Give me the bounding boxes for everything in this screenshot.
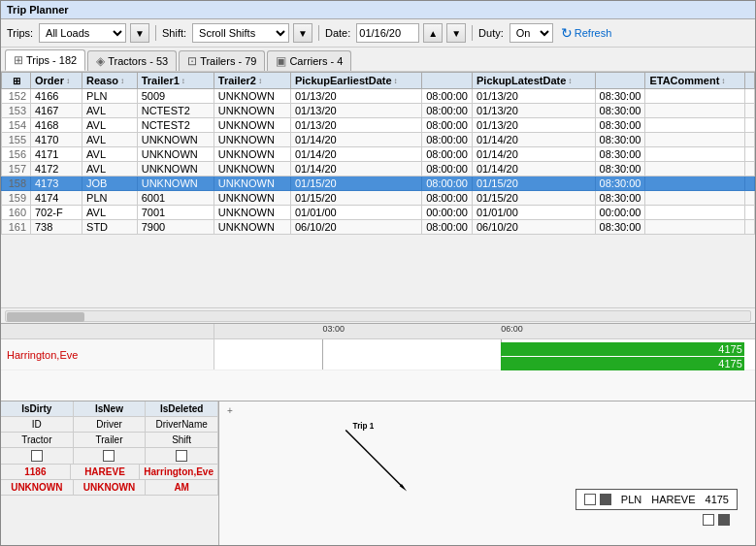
col-header-pickup-early[interactable]: PickupEarliestDate ↕ xyxy=(290,73,421,89)
tab-tractors[interactable]: ◈ Tractors - 53 xyxy=(87,50,177,71)
trips-table: ⊞ Order ↕ Reaso ↕ Trailer1 ↕ Trailer2 ↕ … xyxy=(1,72,755,235)
tab-trailers-label: Trailers - 79 xyxy=(200,55,256,67)
table-row[interactable]: 157 4172 AVL UNKNOWN UNKNOWN 01/14/20 08… xyxy=(2,162,755,177)
label-shift: Shift xyxy=(146,433,218,447)
cell-trailer2: UNKNOWN xyxy=(214,220,290,235)
shift-dropdown-btn[interactable]: ▼ xyxy=(293,23,312,43)
tractors-icon: ◈ xyxy=(96,54,105,68)
cell-order: 4166 xyxy=(31,89,82,104)
col-header-eta[interactable]: ETAComment ↕ xyxy=(645,73,745,89)
cell-trailer2: UNKNOWN xyxy=(214,104,290,118)
shift-select[interactable]: Scroll Shifts xyxy=(192,23,289,43)
cell-extra xyxy=(745,104,755,118)
cell-eta xyxy=(645,133,745,147)
cell-pickup-early-time: 08:00:00 xyxy=(422,162,473,177)
tab-carriers[interactable]: ▣ Carriers - 4 xyxy=(267,50,351,71)
date-down-btn[interactable]: ▼ xyxy=(446,23,466,43)
gantt-driver-name: Harrington,Eve xyxy=(1,339,214,369)
col-header-reason[interactable]: Reaso ↕ xyxy=(82,73,138,89)
gantt-row-1: Harrington,Eve 4175 4175 xyxy=(1,339,755,370)
cell-pickup-early-date: 01/14/20 xyxy=(290,162,421,177)
trip-planner-window: Trip Planner Trips: All Loads ▼ Shift: S… xyxy=(0,0,756,546)
trip2-check-2[interactable] xyxy=(718,514,730,526)
cell-pickup-late-time: 08:30:00 xyxy=(595,177,645,191)
cell-pickup-early-date: 01/14/20 xyxy=(290,147,421,162)
tab-trailers[interactable]: ⊡ Trailers - 79 xyxy=(179,50,265,71)
cell-pickup-late-time: 08:30:00 xyxy=(595,89,645,104)
trip-check-1[interactable] xyxy=(584,494,596,505)
table-row[interactable]: 155 4170 AVL UNKNOWN UNKNOWN 01/14/20 08… xyxy=(2,133,755,147)
cell-trailer1: 6001 xyxy=(137,191,214,206)
trip2-check-1[interactable] xyxy=(703,514,714,526)
cell-extra xyxy=(745,147,755,162)
cell-trailer1: UNKNOWN xyxy=(137,162,214,177)
deleted-checkbox[interactable] xyxy=(176,450,187,462)
table-row[interactable]: 159 4174 PLN 6001 UNKNOWN 01/15/20 08:00… xyxy=(2,191,755,206)
cell-trailer2: UNKNOWN xyxy=(214,191,290,206)
label-driver: Driver xyxy=(74,417,147,432)
date-up-btn[interactable]: ▲ xyxy=(423,23,443,43)
cell-order: 4173 xyxy=(31,177,82,191)
duty-select[interactable]: On xyxy=(509,23,553,43)
dirty-checkbox[interactable] xyxy=(31,450,43,462)
cell-pickup-late-date: 01/13/20 xyxy=(473,89,596,104)
table-row[interactable]: 160 702-F AVL 7001 UNKNOWN 01/01/00 00:0… xyxy=(2,206,755,220)
cell-pickup-late-time: 00:00:00 xyxy=(595,206,645,220)
cell-eta xyxy=(645,118,745,133)
col-header-trailer1[interactable]: Trailer1 ↕ xyxy=(137,73,214,89)
tab-trips[interactable]: ⊞ Trips - 182 xyxy=(5,49,85,71)
cell-trailer1: UNKNOWN xyxy=(137,147,214,162)
cell-reason: AVL xyxy=(82,147,138,162)
cell-extra xyxy=(745,191,755,206)
col-header-pickup-late[interactable]: PickupLatestDate ↕ xyxy=(473,73,596,89)
hscroll-track[interactable] xyxy=(5,310,751,322)
value-trailer: UNKNOWN xyxy=(74,480,147,495)
table-row[interactable]: 158 4173 JOB UNKNOWN UNKNOWN 01/15/20 08… xyxy=(2,177,755,191)
trips-dropdown-btn[interactable]: ▼ xyxy=(130,23,149,43)
table-row[interactable]: 153 4167 AVL NCTEST2 UNKNOWN 01/13/20 08… xyxy=(2,104,755,118)
table-scroll[interactable]: ⊞ Order ↕ Reaso ↕ Trailer1 ↕ Trailer2 ↕ … xyxy=(1,72,755,307)
value-id: 1186 xyxy=(1,465,71,479)
cell-pickup-early-date: 01/13/20 xyxy=(290,104,421,118)
table-row[interactable]: 156 4171 AVL UNKNOWN UNKNOWN 01/14/20 08… xyxy=(2,147,755,162)
cell-eta xyxy=(645,220,745,235)
new-checkbox[interactable] xyxy=(103,450,115,462)
cell-trailer1: UNKNOWN xyxy=(137,133,214,147)
table-row[interactable]: 152 4166 PLN 5009 UNKNOWN 01/13/20 08:00… xyxy=(2,89,755,104)
shift-label: Shift: xyxy=(162,27,186,39)
info-headers-row: IsDirty IsNew IsDeleted xyxy=(1,401,218,417)
cell-pickup-early-time: 08:00:00 xyxy=(422,118,473,133)
tab-trips-label: Trips - 182 xyxy=(26,54,77,66)
plus-icon[interactable]: + xyxy=(227,405,233,416)
hscroll-thumb[interactable] xyxy=(7,312,84,322)
date-input[interactable] xyxy=(356,23,419,43)
trip-check-2[interactable] xyxy=(600,494,611,505)
trip-row-2 xyxy=(695,512,738,528)
trips-icon: ⊞ xyxy=(14,53,23,67)
cell-pickup-late-date: 01/01/00 xyxy=(473,206,596,220)
col-header-order[interactable]: Order ↕ xyxy=(31,73,82,89)
label-drivername: DriverName xyxy=(146,417,218,432)
cell-reason: AVL xyxy=(82,206,138,220)
cell-pickup-early-time: 08:00:00 xyxy=(422,89,473,104)
date-label: Date: xyxy=(325,27,350,39)
cell-trailer1: NCTEST2 xyxy=(137,104,214,118)
cell-pickup-early-date: 01/01/00 xyxy=(290,206,421,220)
table-row[interactable]: 161 738 STD 7900 UNKNOWN 06/10/20 08:00:… xyxy=(2,220,755,235)
cell-pickup-late-date: 01/13/20 xyxy=(473,118,596,133)
gantt-bar-2: 4175 xyxy=(501,357,744,370)
cell-extra xyxy=(745,133,755,147)
refresh-icon: ↻ xyxy=(561,25,573,41)
time-marker-1: 03:00 xyxy=(322,324,345,334)
bottom-panel: IsDirty IsNew IsDeleted ID Driver Driver… xyxy=(1,401,755,545)
horizontal-scrollbar[interactable] xyxy=(1,307,755,323)
table-row[interactable]: 154 4168 AVL NCTEST2 UNKNOWN 01/13/20 08… xyxy=(2,118,755,133)
col-header-filter: ⊞ xyxy=(2,73,31,89)
cell-order: 4167 xyxy=(31,104,82,118)
cell-trailer2: UNKNOWN xyxy=(214,133,290,147)
main-content: ⊞ Order ↕ Reaso ↕ Trailer1 ↕ Trailer2 ↕ … xyxy=(1,72,755,545)
col-header-trailer2[interactable]: Trailer2 ↕ xyxy=(214,73,290,89)
cell-trailer1: NCTEST2 xyxy=(137,118,214,133)
refresh-button[interactable]: ↻ Refresh xyxy=(561,25,612,41)
trips-select[interactable]: All Loads xyxy=(39,23,126,43)
